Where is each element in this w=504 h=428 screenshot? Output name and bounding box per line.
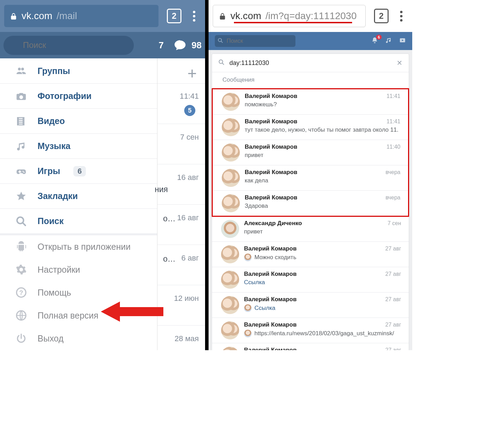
message-row[interactable]: Валерий Комаров вчера как дела (213, 165, 408, 191)
message-time: 27 авг (385, 347, 401, 350)
svg-line-13 (222, 63, 224, 65)
highlighted-results: Валерий Комаров 11:41 поможешь? Валерий … (212, 88, 409, 217)
lock-icon (10, 12, 17, 20)
mini-avatar (244, 254, 252, 261)
sidebar-item-label: Помощь (38, 288, 71, 298)
message-row[interactable]: Валерий Комаров 11:41 поможешь? (213, 89, 408, 115)
message-sender: Валерий Комаров (244, 271, 296, 278)
message-row[interactable]: Валерий Комаров 27 авг (212, 343, 409, 350)
message-time: 11:41 (387, 93, 400, 99)
message-time: 7 сен (388, 220, 401, 227)
notification-count[interactable]: 7 (159, 40, 164, 51)
message-time: 11:40 (387, 144, 400, 150)
browser-chrome: vk.com/im?q=day:11112030 2 (209, 0, 412, 32)
message-time: 27 авг (385, 322, 401, 328)
message-row[interactable]: Валерий Комаров 27 авг https://lenta.ru/… (212, 318, 409, 343)
games-icon (15, 166, 27, 177)
svg-text:?: ? (19, 289, 23, 296)
tab-count[interactable]: 2 (374, 9, 389, 23)
message-sender: Валерий Комаров (245, 143, 297, 150)
message-time: 27 авг (385, 296, 401, 303)
strip-time: 6 авг (181, 254, 199, 263)
strip-time: 11:41 (180, 92, 199, 101)
message-row[interactable]: Валерий Комаров 11:41 тут такое дело, ну… (213, 115, 408, 140)
message-body: поможешь? (245, 101, 400, 108)
sidebar-item-logout[interactable]: Выход (0, 327, 157, 350)
strip-time: 12 июн (174, 294, 199, 303)
plus-icon[interactable]: + (187, 64, 197, 83)
address-bar[interactable]: vk.com/mail (4, 5, 158, 27)
globe-icon (15, 310, 27, 321)
sidebar-item-open-app[interactable]: Открыть в приложении (0, 235, 157, 258)
url-domain: vk.com (230, 10, 261, 22)
avatar (221, 220, 239, 238)
strip-text: о… (155, 214, 176, 223)
close-icon[interactable]: ✕ (397, 59, 403, 67)
sidebar-item-settings[interactable]: Настройки (0, 258, 157, 281)
strip-time: 28 мая (174, 334, 199, 343)
sidebar-item-label: Закладки (38, 191, 78, 201)
message-sender: Валерий Комаров (244, 321, 296, 328)
header-search-input[interactable] (215, 35, 295, 47)
message-sender: Валерий Комаров (244, 347, 296, 350)
menu-icon[interactable] (187, 9, 201, 23)
video-play-icon[interactable] (399, 37, 406, 45)
sidebar-item-games[interactable]: Игры 6 (0, 158, 157, 183)
sidebar-item-groups[interactable]: Группы (0, 58, 157, 83)
messages-count: 98 (192, 40, 202, 51)
notifications-button[interactable]: 6 (371, 37, 378, 45)
im-search-input[interactable] (229, 59, 392, 67)
svg-line-3 (23, 223, 25, 225)
mini-avatar (244, 304, 252, 312)
avatar (222, 194, 240, 212)
message-row[interactable]: Валерий Комаров 27 авг Ссылка (212, 267, 409, 293)
sidebar-item-music[interactable]: Музыка (0, 133, 157, 158)
sidebar-item-bookmarks[interactable]: Закладки (0, 183, 157, 208)
message-row[interactable]: Валерий Комаров 27 авг Можно сходить (212, 242, 409, 267)
avatar (221, 245, 239, 263)
search-icon (15, 216, 27, 227)
groups-icon (15, 65, 27, 76)
sidebar-item-search[interactable]: Поиск (0, 208, 157, 233)
sidebar-item-help[interactable]: ? Помощь (0, 281, 157, 304)
svg-line-9 (221, 41, 222, 43)
sidebar-item-full-version[interactable]: Полная версия (0, 304, 157, 327)
message-time: вчера (385, 169, 400, 175)
menu-icon[interactable] (394, 9, 408, 23)
sidebar-item-photos[interactable]: Фотографии (0, 83, 157, 108)
message-body: тут такое дело, нужно, чтобы ты помог за… (245, 126, 400, 133)
message-body: привет (245, 152, 400, 159)
tab-count[interactable]: 2 (167, 9, 181, 23)
message-body: Можно сходить (244, 254, 401, 261)
messages-badge[interactable]: 98 (173, 39, 202, 52)
message-body: привет (244, 228, 401, 235)
strip-text: о… (155, 254, 176, 264)
message-row[interactable]: Валерий Комаров 11:40 привет (213, 140, 408, 165)
browser-chrome: vk.com/mail 2 (0, 0, 205, 32)
message-row[interactable]: Валерий Комаров вчера Здарова (213, 191, 408, 216)
message-time: 27 авг (385, 271, 401, 277)
lock-icon (219, 12, 226, 20)
search-input[interactable] (3, 36, 134, 55)
message-row[interactable]: Валерий Комаров 27 авг Ссылка (212, 293, 409, 318)
avatar (222, 93, 240, 111)
message-row[interactable]: Александр Диченко 7 сен привет (212, 216, 409, 242)
address-bar[interactable]: vk.com/im?q=day:11112030 (213, 5, 366, 27)
strip-unread-badge: 5 (184, 105, 195, 116)
sidebar-item-video[interactable]: Видео (0, 108, 157, 133)
bell-badge: 6 (376, 35, 382, 40)
strip-time: 16 авг (177, 213, 199, 222)
sidebar-menu: Группы Фотографии Видео Музыка Игры 6 (0, 58, 157, 350)
message-body: как дела (245, 177, 400, 184)
music-icon (15, 141, 27, 152)
message-time: 11:41 (387, 118, 400, 125)
mail-preview-strip: + 11:41 5 7 сен 16 авг ния 16 авг о… 6 а… (157, 58, 205, 350)
strip-text: ния (155, 185, 199, 194)
avatar (222, 143, 240, 162)
gear-icon (15, 264, 27, 275)
music-icon[interactable] (385, 37, 392, 45)
annotation-underline (234, 22, 352, 23)
sidebar-item-label: Полная версия (38, 311, 98, 321)
sidebar-item-label: Фотографии (38, 91, 91, 101)
section-label: Сообщения (212, 72, 409, 89)
